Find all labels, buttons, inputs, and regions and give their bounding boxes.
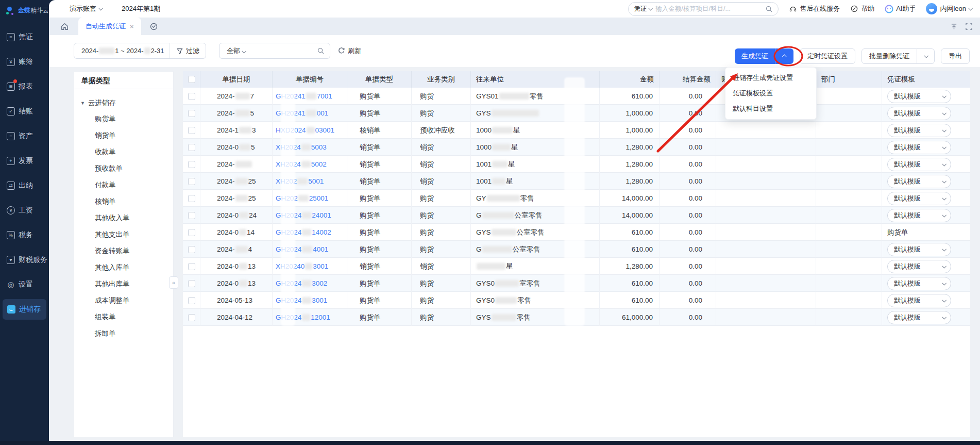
row-checkbox[interactable] bbox=[188, 314, 195, 321]
sidebar-item-payroll[interactable]: ¥工资 bbox=[0, 198, 49, 223]
voucher-template-select[interactable]: 默认模版 bbox=[887, 277, 951, 290]
voucher-template-select[interactable]: 默认模版 bbox=[887, 90, 951, 103]
date-range-value[interactable]: 2024-1 ~ 2024-2-31 bbox=[74, 47, 170, 55]
tree-root-cloud-inventory[interactable]: ▼ 云进销存 bbox=[74, 95, 173, 111]
voucher-template-select[interactable]: 默认模版 bbox=[887, 141, 951, 154]
help-link[interactable]: 帮助 bbox=[850, 4, 874, 13]
cell-document-number-link[interactable]: XH20245003 bbox=[273, 139, 347, 156]
menu-item[interactable]: 默认科目设置 bbox=[725, 101, 816, 117]
row-checkbox[interactable] bbox=[188, 280, 195, 287]
menu-item[interactable]: 进销存生成凭证设置 bbox=[725, 70, 816, 86]
voucher-template-select[interactable]: 默认模版 bbox=[887, 175, 951, 188]
global-search[interactable]: 凭证 bbox=[628, 2, 779, 16]
tab-auto-generate-voucher[interactable]: 自动生成凭证 × bbox=[78, 18, 141, 35]
sidebar-item-report[interactable]: ≣报表 bbox=[0, 74, 49, 99]
cell-document-number-link[interactable]: GH202424001 bbox=[273, 207, 347, 224]
tree-item[interactable]: 资金转账单 bbox=[74, 243, 173, 259]
timed-voucher-settings-button[interactable]: 定时凭证设置 bbox=[800, 48, 855, 64]
tree-item[interactable]: 其他入库单 bbox=[74, 259, 173, 276]
row-checkbox[interactable] bbox=[188, 161, 195, 168]
cell-document-number-link[interactable]: XH20245002 bbox=[273, 156, 347, 173]
search-input[interactable] bbox=[655, 5, 762, 12]
sidebar-item-finance-service[interactable]: ♥财税服务 bbox=[0, 248, 49, 272]
tree-item[interactable]: 其他收入单 bbox=[74, 210, 173, 226]
voucher-template-select[interactable]: 默认模版 bbox=[887, 107, 951, 120]
sidebar-item-tax[interactable]: %税务 bbox=[0, 223, 49, 248]
cell-document-number-link[interactable]: HXD202403001 bbox=[273, 122, 347, 139]
cell-document-number-link[interactable]: XH202403001 bbox=[273, 258, 347, 275]
filter-button[interactable]: 过滤 bbox=[170, 43, 206, 58]
row-checkbox[interactable] bbox=[188, 110, 195, 117]
tree-item[interactable]: 预收款单 bbox=[74, 160, 173, 177]
sidebar-item-closing[interactable]: ✓结账 bbox=[0, 99, 49, 124]
close-icon[interactable]: × bbox=[130, 23, 134, 30]
refresh-button[interactable]: 刷新 bbox=[337, 46, 361, 56]
fullscreen-button[interactable] bbox=[965, 23, 973, 30]
service-link[interactable]: 售后在线服务 bbox=[789, 4, 840, 13]
voucher-template-select[interactable]: 默认模版 bbox=[887, 260, 951, 273]
search-icon[interactable] bbox=[765, 5, 773, 13]
voucher-template-select[interactable]: 默认模版 bbox=[887, 124, 951, 137]
search-icon[interactable] bbox=[317, 47, 325, 55]
sidebar-item-asset[interactable]: =资产 bbox=[0, 124, 49, 149]
cell-document-number-link[interactable]: GH20243001 bbox=[273, 292, 347, 309]
tree-item[interactable]: 拆卸单 bbox=[74, 325, 173, 342]
tree-item[interactable]: 购货单 bbox=[74, 111, 173, 127]
home-tab-button[interactable] bbox=[60, 22, 69, 31]
tree-caret-icon[interactable]: ▼ bbox=[80, 101, 85, 106]
tree-item[interactable]: 其他支出单 bbox=[74, 226, 173, 243]
generate-voucher-dropdown-toggle[interactable] bbox=[775, 48, 793, 64]
ai-assistant-link[interactable]: AI助手 bbox=[885, 4, 916, 13]
account-switcher[interactable]: 演示账套 bbox=[70, 4, 102, 13]
sidebar-item-settings[interactable]: ◎设置 bbox=[0, 272, 49, 297]
row-checkbox[interactable] bbox=[188, 93, 195, 100]
tree-item[interactable]: 组装单 bbox=[74, 309, 173, 325]
tree-item[interactable]: 付款单 bbox=[74, 177, 173, 193]
row-checkbox[interactable] bbox=[188, 195, 195, 202]
scroll-top-button[interactable] bbox=[950, 23, 958, 30]
tree-item[interactable]: 收款单 bbox=[74, 144, 173, 160]
row-checkbox[interactable] bbox=[188, 212, 195, 219]
task-history-button[interactable] bbox=[149, 22, 158, 31]
row-checkbox[interactable] bbox=[188, 127, 195, 134]
menu-item[interactable]: 凭证模板设置 bbox=[725, 86, 816, 101]
row-checkbox[interactable] bbox=[188, 263, 195, 270]
voucher-template-select[interactable]: 默认模版 bbox=[887, 192, 951, 205]
cell-document-number-link[interactable]: GH20244001 bbox=[273, 241, 347, 258]
export-button[interactable]: 导出 bbox=[941, 48, 970, 64]
select-all-checkbox[interactable] bbox=[188, 76, 195, 83]
voucher-template-select[interactable]: 默认模版 bbox=[887, 243, 951, 256]
row-checkbox[interactable] bbox=[188, 144, 195, 151]
search-scope-select[interactable]: 凭证 bbox=[634, 5, 652, 13]
row-checkbox[interactable] bbox=[188, 229, 195, 236]
user-menu[interactable]: 内网leon bbox=[926, 3, 972, 14]
row-checkbox[interactable] bbox=[188, 297, 195, 304]
cell-document-number-link[interactable]: GH20243002 bbox=[273, 275, 347, 292]
tree-item[interactable]: 核销单 bbox=[74, 193, 173, 210]
cell-document-number-link[interactable]: XH2025001 bbox=[273, 173, 347, 190]
cell-document-number-link[interactable]: GH20225001 bbox=[273, 190, 347, 207]
panel-collapse-button[interactable]: « bbox=[169, 276, 178, 289]
sidebar-item-inventory[interactable]: 进销存 bbox=[3, 299, 46, 320]
voucher-template-select[interactable]: 默认模版 bbox=[887, 158, 951, 171]
batch-delete-voucher-button[interactable]: 批量删除凭证 bbox=[861, 48, 917, 64]
date-range-filter[interactable]: 2024-1 ~ 2024-2-31 过滤 bbox=[74, 43, 206, 59]
period-label[interactable]: 2024年第1期 bbox=[122, 4, 160, 13]
cell-document-number-link[interactable]: GH202414002 bbox=[273, 224, 347, 241]
tree-item[interactable]: 成本调整单 bbox=[74, 292, 173, 309]
cell-document-number-link[interactable]: GH202417001 bbox=[273, 88, 347, 105]
sidebar-item-invoice[interactable]: +发票 bbox=[0, 149, 49, 173]
tree-item[interactable]: 销货单 bbox=[74, 127, 173, 144]
row-checkbox[interactable] bbox=[188, 178, 195, 185]
sidebar-item-voucher[interactable]: ≡凭证 bbox=[0, 25, 49, 50]
voucher-template-select[interactable]: 默认模版 bbox=[887, 311, 951, 324]
voucher-template-select[interactable]: 默认模版 bbox=[887, 294, 951, 307]
sidebar-item-ledger[interactable]: ¥账簿 bbox=[0, 50, 49, 74]
cell-document-number-link[interactable]: GH202412001 bbox=[273, 309, 347, 326]
batch-delete-dropdown-toggle[interactable] bbox=[917, 48, 935, 64]
sidebar-item-cashier[interactable]: ⇄出纳 bbox=[0, 173, 49, 198]
voucher-template-select[interactable]: 默认模版 bbox=[887, 209, 951, 222]
row-checkbox[interactable] bbox=[188, 246, 195, 253]
generate-voucher-button[interactable]: 生成凭证 bbox=[735, 48, 775, 64]
category-select[interactable]: 全部 bbox=[219, 43, 330, 59]
